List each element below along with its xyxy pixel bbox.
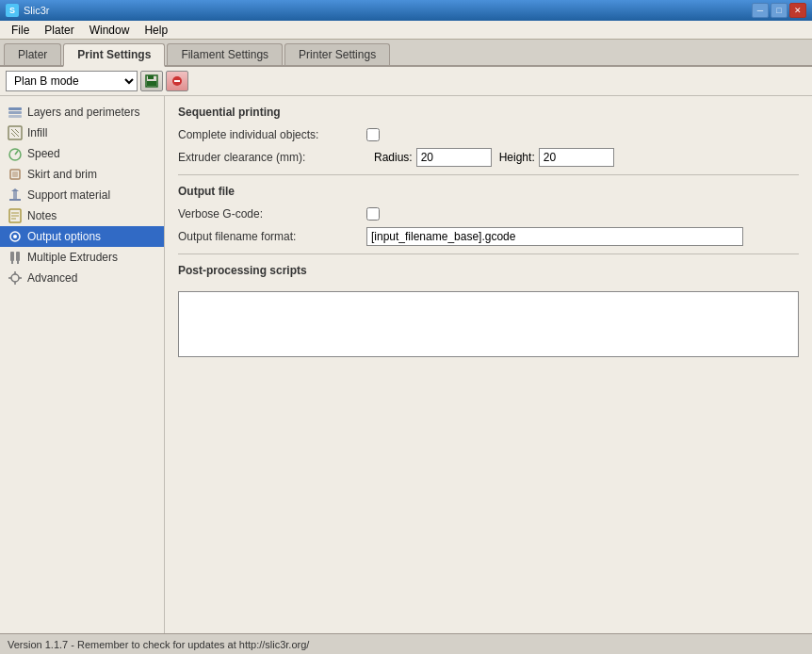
- verbose-gcode-label: Verbose G-code:: [178, 207, 366, 221]
- menu-window[interactable]: Window: [82, 22, 138, 39]
- svg-marker-18: [11, 188, 19, 191]
- output-filename-row: Output filename format:: [178, 227, 799, 246]
- close-button[interactable]: ✕: [789, 3, 806, 18]
- sidebar-label-output-options: Output options: [27, 230, 101, 243]
- svg-rect-17: [13, 191, 17, 199]
- extruder-clearance-row: Extruder clearance (mm): Radius: Height:: [178, 148, 799, 167]
- section-divider-1: [178, 174, 799, 175]
- sidebar-label-advanced: Advanced: [27, 271, 77, 285]
- tab-filament-settings[interactable]: Filament Settings: [167, 43, 283, 65]
- window-title: Slic3r: [24, 5, 752, 16]
- sidebar-label-multiple-extruders: Multiple Extruders: [27, 251, 118, 264]
- sidebar-item-speed[interactable]: Speed: [0, 143, 164, 164]
- tab-printer-settings[interactable]: Printer Settings: [284, 43, 390, 65]
- svg-rect-16: [9, 199, 21, 201]
- minimize-button[interactable]: ─: [752, 3, 769, 18]
- svg-rect-6: [8, 111, 22, 114]
- output-icon: [8, 229, 23, 244]
- title-bar: S Slic3r ─ □ ✕: [0, 0, 812, 21]
- extruders-icon: [8, 250, 23, 265]
- advanced-icon: [8, 270, 23, 286]
- menu-bar: File Plater Window Help: [0, 21, 812, 40]
- sidebar-item-layers-perimeters[interactable]: Layers and perimeters: [0, 102, 164, 123]
- infill-icon: [8, 125, 23, 140]
- output-filename-label: Output filename format:: [178, 230, 366, 243]
- output-file-title: Output file: [178, 185, 799, 200]
- profile-select[interactable]: Plan B mode: [6, 71, 138, 91]
- save-button[interactable]: [140, 71, 163, 91]
- svg-rect-15: [12, 172, 18, 177]
- svg-rect-5: [8, 107, 22, 110]
- sidebar-item-multiple-extruders[interactable]: Multiple Extruders: [0, 247, 164, 268]
- svg-rect-26: [16, 252, 20, 261]
- sidebar-label-infill: Infill: [27, 126, 47, 139]
- svg-rect-25: [10, 252, 14, 261]
- sidebar-label-notes: Notes: [27, 209, 57, 222]
- delete-button[interactable]: [166, 71, 188, 91]
- complete-individual-objects-checkbox[interactable]: [366, 128, 380, 141]
- layers-icon: [8, 105, 23, 120]
- svg-rect-2: [147, 81, 156, 86]
- menu-file[interactable]: File: [4, 22, 37, 39]
- sequential-printing-title: Sequential printing: [178, 106, 799, 121]
- tab-print-settings[interactable]: Print Settings: [63, 43, 165, 67]
- notes-icon: [8, 208, 23, 223]
- complete-individual-objects-row: Complete individual objects:: [178, 128, 799, 141]
- radius-field: Radius:: [374, 148, 492, 167]
- tab-bar: Plater Print Settings Filament Settings …: [0, 40, 812, 67]
- height-field: Height:: [499, 148, 614, 167]
- status-text: Version 1.1.7 - Remember to check for up…: [8, 639, 309, 650]
- verbose-gcode-checkbox[interactable]: [366, 207, 380, 221]
- radius-input[interactable]: [416, 148, 492, 167]
- svg-rect-27: [11, 261, 13, 264]
- svg-point-29: [11, 274, 19, 282]
- extruder-clearance-label: Extruder clearance (mm):: [178, 151, 366, 164]
- save-icon: [145, 74, 158, 88]
- sidebar-item-support-material[interactable]: Support material: [0, 185, 164, 205]
- svg-rect-7: [8, 115, 22, 118]
- complete-individual-objects-label: Complete individual objects:: [178, 128, 366, 141]
- speed-icon: [8, 146, 23, 161]
- window-controls: ─ □ ✕: [752, 3, 806, 18]
- sidebar-item-output-options[interactable]: Output options: [0, 226, 164, 247]
- post-processing-title: Post-processing scripts: [178, 264, 799, 279]
- toolbar: Plan B mode: [0, 67, 812, 96]
- sidebar-item-infill[interactable]: Infill: [0, 123, 164, 143]
- height-label: Height:: [499, 151, 535, 164]
- svg-line-13: [15, 151, 18, 155]
- sidebar-label-speed: Speed: [27, 147, 60, 160]
- svg-rect-28: [17, 261, 19, 264]
- tab-plater[interactable]: Plater: [4, 43, 61, 65]
- sidebar-item-notes[interactable]: Notes: [0, 205, 164, 226]
- verbose-gcode-row: Verbose G-code:: [178, 207, 799, 221]
- svg-line-10: [15, 129, 19, 133]
- app-icon: S: [6, 4, 19, 17]
- status-bar: Version 1.1.7 - Remember to check for up…: [0, 633, 812, 654]
- delete-icon: [171, 75, 183, 87]
- post-processing-textarea[interactable]: [178, 291, 799, 357]
- sidebar-label-layers-perimeters: Layers and perimeters: [27, 106, 139, 119]
- skirt-icon: [8, 167, 23, 182]
- svg-point-24: [13, 235, 17, 238]
- radius-label: Radius:: [374, 151, 413, 164]
- sidebar-label-skirt-brim: Skirt and brim: [27, 168, 97, 181]
- sidebar: Layers and perimeters Infill Speed: [0, 96, 165, 635]
- height-input[interactable]: [539, 148, 614, 167]
- sidebar-item-skirt-brim[interactable]: Skirt and brim: [0, 164, 164, 185]
- main-content: Layers and perimeters Infill Speed: [0, 96, 812, 635]
- svg-rect-1: [148, 75, 154, 79]
- section-divider-2: [178, 253, 799, 254]
- sidebar-item-advanced[interactable]: Advanced: [0, 268, 164, 288]
- support-icon: [8, 188, 23, 203]
- output-filename-input[interactable]: [366, 227, 743, 246]
- svg-line-9: [11, 129, 19, 137]
- sidebar-label-support-material: Support material: [27, 188, 110, 202]
- right-panel: Sequential printing Complete individual …: [165, 96, 812, 635]
- menu-plater[interactable]: Plater: [37, 22, 81, 39]
- svg-line-11: [11, 133, 15, 137]
- menu-help[interactable]: Help: [137, 22, 175, 39]
- maximize-button[interactable]: □: [771, 3, 788, 18]
